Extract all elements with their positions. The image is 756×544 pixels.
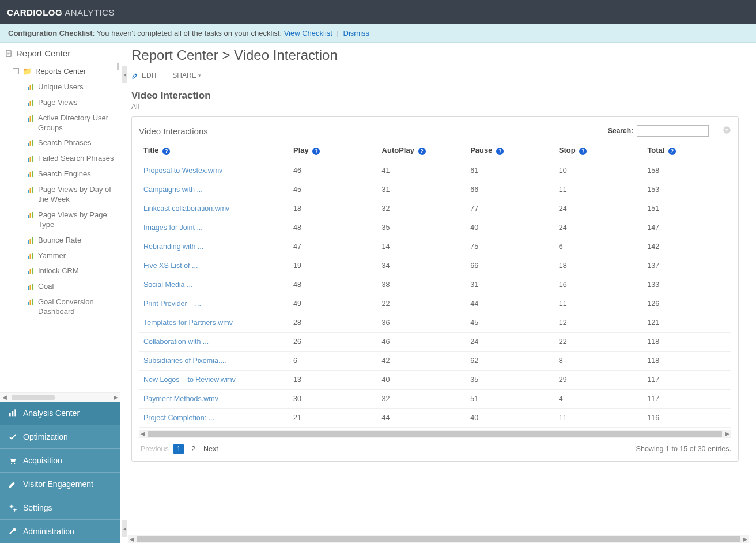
tree-item[interactable]: Active Directory User Groups bbox=[5, 111, 120, 136]
scroll-left-icon[interactable]: ◄ bbox=[128, 535, 136, 543]
table-row: Templates for Partners.wmv 28 36 45 12 1… bbox=[139, 313, 731, 333]
table-hscroll[interactable]: ◄ ► bbox=[139, 430, 731, 438]
video-link[interactable]: Social Media ... bbox=[143, 281, 192, 289]
cell-play: 13 bbox=[289, 371, 377, 390]
help-icon[interactable]: ? bbox=[418, 148, 426, 155]
edit-button[interactable]: EDIT bbox=[131, 71, 157, 80]
help-icon[interactable]: ? bbox=[162, 148, 170, 155]
video-link[interactable]: Linkcast collaboration.wmv bbox=[143, 205, 229, 213]
app-header: CARDIOLOG ANALYTICS bbox=[0, 0, 756, 24]
col-total[interactable]: Total ? bbox=[642, 142, 731, 161]
svg-rect-44 bbox=[12, 411, 14, 416]
help-icon[interactable]: ? bbox=[579, 148, 587, 155]
tree-item[interactable]: Yammer bbox=[5, 248, 120, 264]
bottom-nav: Analysis Center Optimization Acquisition… bbox=[0, 402, 120, 543]
tree-item[interactable]: Search Engines bbox=[5, 167, 120, 182]
tree-item[interactable]: Unique Users bbox=[5, 80, 120, 95]
svg-rect-23 bbox=[30, 188, 32, 193]
content-hscroll[interactable]: ◄ ► bbox=[128, 535, 749, 543]
scroll-right-icon[interactable]: ► bbox=[741, 535, 749, 543]
scroll-thumb[interactable] bbox=[12, 395, 55, 400]
tree-item[interactable]: Intlock CRM bbox=[5, 263, 120, 279]
video-link[interactable]: Collaboration with ... bbox=[143, 338, 209, 346]
cell-title: Templates for Partners.wmv bbox=[139, 313, 289, 333]
help-icon[interactable]: ? bbox=[496, 148, 504, 155]
search-input[interactable] bbox=[637, 125, 709, 137]
scroll-left-icon[interactable]: ◄ bbox=[139, 430, 147, 438]
video-link[interactable]: Images for Joint ... bbox=[143, 224, 203, 232]
col-autoplay[interactable]: AutoPlay ? bbox=[377, 142, 466, 161]
chart-icon bbox=[28, 155, 35, 162]
bar-chart-icon bbox=[8, 409, 17, 418]
share-button[interactable]: SHARE ▾ bbox=[172, 71, 201, 80]
nav-administration[interactable]: Administration bbox=[0, 519, 120, 543]
collapse-handle[interactable]: ◂ bbox=[122, 66, 127, 83]
video-link[interactable]: Subsidiaries of Pixomia.... bbox=[143, 357, 226, 365]
dismiss-link[interactable]: Dismiss bbox=[343, 29, 370, 37]
tree-item[interactable]: Goal bbox=[5, 279, 120, 294]
tree-item[interactable]: Page Views bbox=[5, 95, 120, 111]
nav-optimization[interactable]: Optimization bbox=[0, 425, 120, 448]
tree-item-label: Goal bbox=[38, 282, 117, 292]
panel-title: Video Interactions bbox=[139, 126, 608, 136]
video-link[interactable]: Print Provider – ... bbox=[143, 300, 201, 308]
col-stop[interactable]: Stop ? bbox=[554, 142, 643, 161]
pager-next[interactable]: Next bbox=[203, 445, 218, 453]
tree-item[interactable]: Page Views by Day of the Week bbox=[5, 182, 120, 207]
help-icon[interactable]: ? bbox=[312, 148, 320, 155]
nav-analysis-center[interactable]: Analysis Center bbox=[0, 402, 120, 425]
tree-item[interactable]: Search Phrases bbox=[5, 135, 120, 151]
tree-item[interactable]: Failed Search Phrases bbox=[5, 151, 120, 167]
cell-stop: 24 bbox=[554, 218, 643, 237]
cell-pause: 31 bbox=[466, 275, 554, 294]
table-row: Subsidiaries of Pixomia.... 6 42 62 8 11… bbox=[139, 352, 731, 371]
view-checklist-link[interactable]: View Checklist bbox=[284, 29, 332, 37]
scroll-thumb[interactable] bbox=[148, 431, 722, 437]
svg-rect-30 bbox=[32, 237, 33, 244]
nav-label: Optimization bbox=[23, 432, 68, 441]
sidebar-tree[interactable]: + 📁 Reports Center Unique UsersPage View… bbox=[0, 62, 120, 392]
video-link[interactable]: Five XS List of ... bbox=[143, 262, 198, 270]
tree-item[interactable]: Goal Conversion Dashboard bbox=[5, 294, 120, 320]
table-row: New Logos – to Review.wmv 13 40 35 29 11… bbox=[139, 371, 731, 390]
video-link[interactable]: Project Completion: ... bbox=[143, 414, 214, 422]
chart-icon bbox=[28, 84, 35, 90]
video-link[interactable]: Rebranding with ... bbox=[143, 243, 203, 251]
page-2[interactable]: 2 bbox=[188, 444, 199, 454]
table-row: Campaigns with ... 45 31 66 11 153 bbox=[139, 180, 731, 199]
tree-item[interactable]: Bounce Rate bbox=[5, 233, 120, 248]
video-link[interactable]: New Logos – to Review.wmv bbox=[143, 376, 236, 384]
expand-icon[interactable]: + bbox=[13, 68, 19, 74]
toolbar: EDIT SHARE ▾ bbox=[131, 71, 739, 80]
pager-prev[interactable]: Previous bbox=[141, 445, 169, 453]
scroll-right-icon[interactable]: ► bbox=[111, 393, 120, 402]
page-1[interactable]: 1 bbox=[173, 444, 184, 454]
col-play[interactable]: Play ? bbox=[289, 142, 377, 161]
nav-settings[interactable]: Settings bbox=[0, 496, 120, 519]
nav-visitor-engagement[interactable]: Visitor Engagement bbox=[0, 472, 120, 496]
tree-item-label: Unique Users bbox=[38, 82, 117, 92]
cell-total: 118 bbox=[642, 333, 731, 352]
tree-item[interactable]: Page Views by Page Type bbox=[5, 207, 120, 233]
help-icon[interactable]: ? bbox=[668, 148, 676, 155]
col-title[interactable]: Title ? bbox=[139, 142, 289, 161]
sidebar-hscroll[interactable]: ◄ ► bbox=[0, 392, 120, 402]
cell-title: Subsidiaries of Pixomia.... bbox=[139, 352, 289, 371]
collapse-handle-bottom[interactable]: ◂ bbox=[122, 520, 127, 537]
cell-play: 19 bbox=[289, 256, 377, 275]
video-link[interactable]: Templates for Partners.wmv bbox=[143, 319, 233, 327]
scroll-left-icon[interactable]: ◄ bbox=[0, 393, 9, 402]
video-link[interactable]: Proposal to Westex.wmv bbox=[143, 167, 222, 175]
tree-root[interactable]: + 📁 Reports Center bbox=[5, 64, 120, 80]
svg-rect-41 bbox=[30, 300, 32, 305]
chart-icon bbox=[28, 252, 35, 259]
video-link[interactable]: Campaigns with ... bbox=[143, 186, 203, 194]
scroll-thumb[interactable] bbox=[137, 536, 740, 542]
nav-acquisition[interactable]: Acquisition bbox=[0, 448, 120, 472]
video-link[interactable]: Payment Methods.wmv bbox=[143, 395, 218, 403]
scroll-right-icon[interactable]: ► bbox=[723, 430, 731, 438]
cell-title: Five XS List of ... bbox=[139, 256, 289, 275]
col-pause[interactable]: Pause ? bbox=[466, 142, 554, 161]
help-icon[interactable]: ? bbox=[723, 126, 731, 136]
cell-total: 158 bbox=[642, 161, 731, 180]
